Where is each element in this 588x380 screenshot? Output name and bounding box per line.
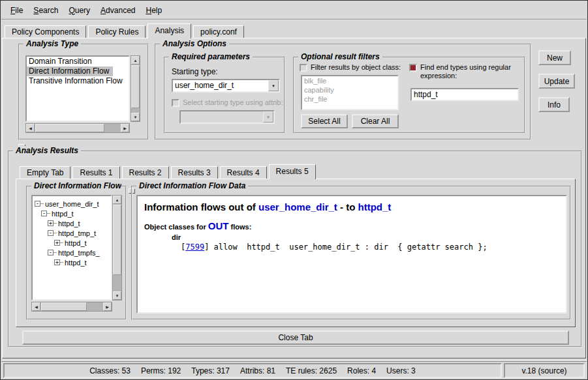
tree-node-label[interactable]: httpd_t (63, 239, 87, 247)
tree-node-label[interactable]: httpd_tmpfs_ (57, 249, 100, 257)
info-button[interactable]: Info (538, 97, 570, 112)
scroll-right-icon[interactable]: ▶ (103, 302, 112, 311)
classes-prefix: Object classes for (144, 223, 208, 231)
attrib-checkbox-row: Select starting type using attrib: (172, 98, 284, 107)
clear-all-button[interactable]: Clear All (352, 114, 399, 128)
analysis-results-title: Analysis Results (13, 146, 81, 155)
tab-results-3[interactable]: Results 3 (171, 166, 218, 179)
analysis-type-listbox[interactable]: Domain Transition Direct Information Flo… (25, 55, 130, 122)
analysis-type-hscrollbar[interactable]: ◀ ▶ (25, 123, 130, 133)
scroll-down-icon[interactable]: ▼ (131, 113, 140, 121)
tree-expander-icon[interactable]: - (48, 250, 54, 256)
scroll-thumb[interactable] (131, 65, 140, 108)
select-all-button[interactable]: Select All (301, 114, 348, 128)
scroll-thumb[interactable] (41, 302, 87, 311)
tab-results-4[interactable]: Results 4 (220, 166, 267, 179)
tree-expander-icon[interactable]: - (41, 211, 47, 216)
tree-node-label[interactable]: user_home_dir_t (44, 200, 99, 208)
required-parameters-group: Required parameters Starting type: user_… (164, 57, 285, 134)
tree-expander-icon[interactable]: + (54, 240, 60, 246)
scroll-thumb[interactable] (113, 205, 121, 275)
list-item[interactable]: Domain Transition (27, 57, 129, 66)
scroll-right-icon[interactable]: ▶ (121, 124, 129, 132)
tree-row[interactable]: -httpd_t (41, 209, 111, 218)
menu-advanced[interactable]: Advanced (95, 4, 140, 17)
tree-node-label[interactable]: httpd_t (63, 259, 87, 267)
status-version-panel: v.18 (source) (504, 363, 585, 378)
tab-policy-conf[interactable]: policy.conf (193, 25, 244, 38)
tab-policy-rules[interactable]: Policy Rules (88, 25, 146, 38)
object-class-checkbox[interactable] (300, 64, 307, 72)
tree-row[interactable]: +httpd_t (54, 238, 111, 248)
select-all-label: Select All (308, 117, 340, 126)
tree-row[interactable]: -httpd_tmp_t (48, 228, 111, 238)
tree-row[interactable]: +httpd_t (54, 257, 111, 267)
stat-attribs: Attribs: 81 (240, 366, 275, 375)
arrow-down-glyph: ▼ (116, 294, 119, 298)
list-item[interactable]: Transitive Information Flow (27, 76, 129, 86)
flow-tree[interactable]: -user_home_dir_t -httpd_t +httpd_t -http… (31, 195, 112, 300)
attrib-combobox[interactable]: ▼ (179, 110, 275, 124)
arrow-up-glyph: ▲ (116, 198, 119, 202)
list-item: chr_file (302, 95, 397, 104)
tree-vscrollbar[interactable]: ▲ ▼ (112, 195, 122, 300)
update-button[interactable]: Update (538, 74, 575, 89)
dropdown-arrow-icon[interactable]: ▼ (268, 80, 279, 91)
analysis-type-vscrollbar[interactable]: ▲ ▼ (131, 55, 140, 122)
rule-id-link[interactable]: 7599 (185, 242, 204, 252)
menu-query[interactable]: Query (63, 4, 95, 17)
tree-expander-icon[interactable]: + (48, 220, 54, 226)
regex-checkbox[interactable] (409, 64, 417, 72)
tree-node-label[interactable]: httpd_t (50, 210, 74, 218)
tree-node-label[interactable]: httpd_t (57, 220, 80, 227)
stat-types: Types: 317 (191, 366, 230, 375)
scroll-trough[interactable] (40, 302, 103, 311)
stat-roles: Roles: 4 (347, 366, 376, 375)
scroll-trough[interactable] (131, 65, 140, 113)
scroll-down-icon[interactable]: ▼ (113, 291, 121, 300)
tree-expander-icon[interactable]: - (48, 230, 54, 236)
tree-row[interactable]: -httpd_tmpfs_ (48, 248, 111, 257)
tree-expander-icon[interactable]: - (35, 201, 40, 207)
required-parameters-title: Required parameters (169, 52, 253, 61)
scroll-up-icon[interactable]: ▲ (113, 196, 121, 204)
list-item-selected[interactable]: Direct Information Flow (27, 66, 113, 76)
flow-source-type: user_home_dir_t (258, 201, 337, 212)
scroll-trough[interactable] (35, 124, 121, 132)
tab-results-2[interactable]: Results 2 (122, 166, 169, 179)
dropdown-arrow-icon[interactable]: ▼ (263, 111, 273, 123)
tab-results-5[interactable]: Results 5 (269, 164, 316, 179)
tab-policy-components[interactable]: Policy Components (5, 25, 86, 38)
scroll-thumb[interactable] (35, 124, 104, 132)
tab-analysis[interactable]: Analysis (147, 23, 191, 38)
menu-file[interactable]: File (5, 4, 28, 17)
close-tab-button[interactable]: Close Tab (22, 330, 569, 345)
arrow-up-glyph: ▲ (134, 59, 138, 63)
tree-expander-icon[interactable]: + (54, 259, 60, 265)
tab-results-1[interactable]: Results 1 (72, 166, 119, 179)
menu-help[interactable]: Help (140, 4, 167, 17)
starting-type-combobox[interactable]: user_home_dir_t ▼ (172, 79, 280, 93)
scroll-trough[interactable] (113, 204, 121, 291)
regex-input[interactable] (410, 88, 519, 101)
scroll-up-icon[interactable]: ▲ (131, 56, 140, 65)
tree-row[interactable]: +httpd_t (48, 218, 111, 228)
attrib-checkbox[interactable] (172, 99, 179, 107)
tree-hscrollbar[interactable]: ◀ ▶ (31, 302, 112, 312)
scroll-left-icon[interactable]: ◀ (26, 124, 35, 132)
scroll-left-icon[interactable]: ◀ (32, 302, 40, 311)
tree-node-label[interactable]: httpd_tmp_t (57, 229, 96, 237)
menu-search[interactable]: Search (28, 4, 63, 17)
flow-target-type: httpd_t (358, 201, 392, 212)
classes-suffix: flows: (229, 223, 252, 231)
object-class-listbox[interactable]: blk_file capability chr_file (301, 75, 399, 110)
tab-empty[interactable]: Empty Tab (20, 166, 70, 179)
new-button[interactable]: New (538, 50, 571, 65)
tree-row[interactable]: -user_home_dir_t (35, 199, 111, 209)
flow-heading-prefix: Information flows out of (144, 201, 258, 212)
flow-data-text[interactable]: Information flows out of user_home_dir_t… (136, 195, 567, 314)
stat-classes: Classes: 53 (89, 366, 131, 375)
te-rule-line: [7599] allow httpd_t user_home_dir_t : d… (181, 242, 559, 252)
optional-filters-title: Optional result filters (298, 52, 382, 61)
analysis-options-group: Analysis Options Required parameters Sta… (155, 44, 531, 140)
